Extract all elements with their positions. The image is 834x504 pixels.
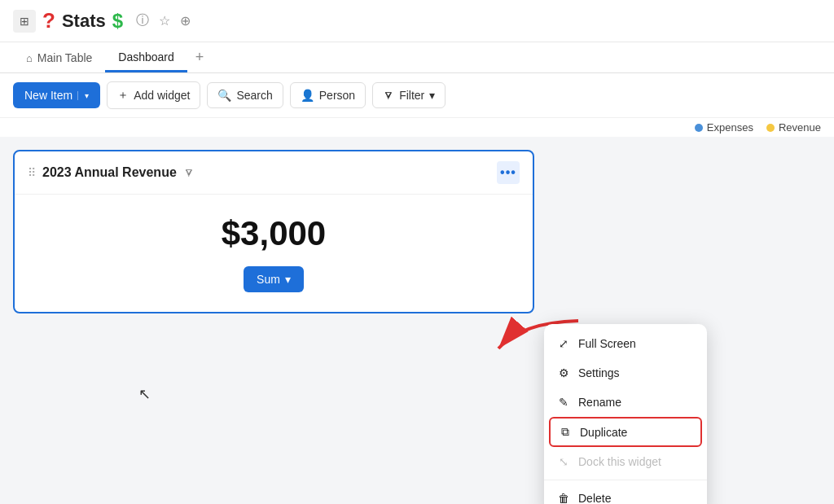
top-header: ⊞ ? Stats $ ⓘ ☆ ⊕ [0, 0, 834, 42]
new-item-button[interactable]: New Item ▾ [13, 82, 100, 108]
info-icon[interactable]: ⓘ [136, 12, 149, 29]
filter-icon: ⛛ [383, 89, 394, 102]
revenue-label: Revenue [779, 121, 821, 134]
expenses-dot [695, 124, 703, 132]
person-icon: 👤 [301, 89, 314, 102]
menu-dock: ⤡ Dock this widget [544, 447, 707, 476]
widget-card: ⠿ 2023 Annual Revenue ⛛ ••• $3,000 Sum ▾ [13, 150, 534, 313]
add-widget-label: Add widget [134, 89, 190, 102]
legend-bar: Expenses Revenue [0, 118, 834, 137]
add-circle-icon[interactable]: ⊕ [180, 13, 191, 28]
widget-body: $3,000 Sum ▾ [15, 195, 533, 312]
sum-label: Sum [257, 273, 280, 286]
widget-title: 2023 Annual Revenue [42, 165, 177, 180]
fullscreen-icon: ⤢ [557, 337, 570, 350]
filter-button[interactable]: ⛛ Filter ▾ [372, 82, 446, 108]
add-widget-button[interactable]: ＋ Add widget [107, 81, 200, 109]
tab-main-table[interactable]: ⌂ Main Table [13, 45, 105, 72]
person-button[interactable]: 👤 Person [290, 82, 366, 108]
menu-delete[interactable]: 🗑 Delete [544, 484, 707, 504]
star-icon[interactable]: ☆ [159, 13, 170, 28]
tab-dashboard[interactable]: Dashboard [105, 44, 187, 72]
main-content: ⠿ 2023 Annual Revenue ⛛ ••• $3,000 Sum ▾ [0, 137, 834, 504]
person-label: Person [319, 89, 355, 102]
menu-divider [544, 480, 707, 480]
app-title: Stats [62, 11, 106, 32]
dock-icon: ⤡ [557, 455, 570, 468]
title-question-icon: ? [42, 8, 55, 33]
menu-duplicate[interactable]: ⧉ Duplicate [549, 417, 702, 447]
cursor-pointer: ↖ [138, 385, 151, 403]
search-icon: 🔍 [217, 89, 231, 102]
revenue-dot [766, 124, 775, 132]
search-button[interactable]: 🔍 Search [207, 82, 283, 108]
context-menu: ⤢ Full Screen ⚙ Settings ✎ Rename ⧉ Dupl… [544, 324, 707, 504]
filter-label: Filter [399, 89, 424, 102]
menu-fullscreen-label: Full Screen [578, 337, 636, 350]
tab-dashboard-label: Dashboard [118, 50, 174, 64]
tab-add-button[interactable]: + [187, 42, 213, 72]
filter-dropdown-arrow: ▾ [429, 89, 435, 102]
widget-value: $3,000 [222, 214, 326, 253]
legend-expenses: Expenses [695, 121, 753, 134]
expenses-label: Expenses [707, 121, 753, 134]
menu-settings-label: Settings [578, 366, 620, 379]
home-icon: ⌂ [26, 52, 33, 64]
delete-icon: 🗑 [557, 492, 570, 504]
drag-handle-icon[interactable]: ⠿ [28, 166, 36, 179]
menu-settings[interactable]: ⚙ Settings [544, 358, 707, 388]
menu-delete-label: Delete [578, 492, 611, 504]
menu-fullscreen[interactable]: ⤢ Full Screen [544, 329, 707, 358]
legend-revenue: Revenue [766, 121, 821, 134]
add-widget-icon: ＋ [117, 88, 129, 103]
app-icon: ⊞ [13, 10, 36, 33]
sum-button[interactable]: Sum ▾ [244, 266, 304, 292]
new-item-dropdown-arrow[interactable]: ▾ [77, 91, 89, 100]
toolbar: New Item ▾ ＋ Add widget 🔍 Search 👤 Perso… [0, 73, 834, 118]
app-icon-symbol: ⊞ [20, 15, 29, 28]
rename-icon: ✎ [557, 396, 570, 409]
menu-rename[interactable]: ✎ Rename [544, 388, 707, 417]
search-label: Search [236, 89, 272, 102]
settings-icon: ⚙ [557, 366, 570, 379]
widget-header: ⠿ 2023 Annual Revenue ⛛ ••• [15, 151, 533, 195]
menu-duplicate-label: Duplicate [580, 426, 627, 439]
menu-rename-label: Rename [578, 396, 621, 409]
tabs-bar: ⌂ Main Table Dashboard + [0, 42, 834, 73]
dollar-icon: $ [112, 10, 123, 33]
sum-dropdown-arrow: ▾ [285, 273, 291, 286]
app-container: ⊞ ? Stats $ ⓘ ☆ ⊕ ⌂ Main Table Dashboard… [0, 0, 834, 504]
widget-filter-icon[interactable]: ⛛ [183, 166, 195, 179]
header-icons: ⓘ ☆ ⊕ [136, 12, 191, 29]
new-item-label: New Item [24, 89, 72, 102]
duplicate-icon: ⧉ [559, 425, 572, 439]
widget-menu-button[interactable]: ••• [497, 161, 520, 184]
tab-main-table-label: Main Table [37, 51, 92, 64]
menu-dock-label: Dock this widget [578, 455, 661, 468]
widget-menu-dots: ••• [500, 165, 516, 180]
